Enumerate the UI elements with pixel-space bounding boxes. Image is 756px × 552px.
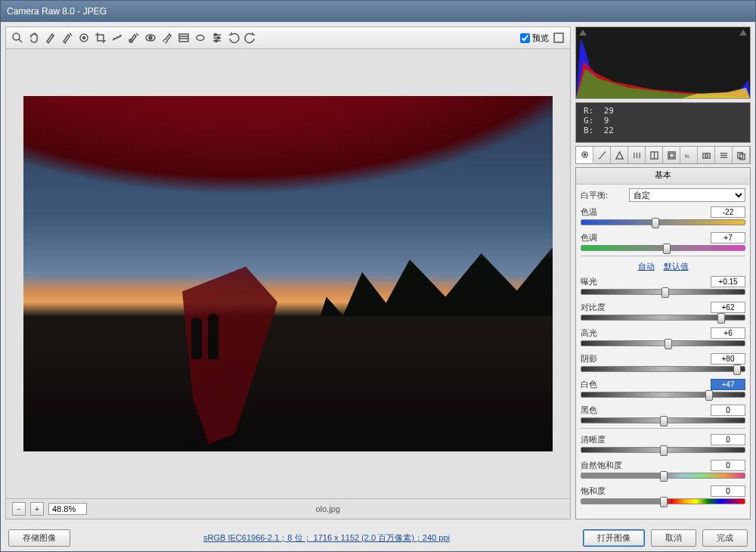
tab-camera[interactable] (698, 147, 715, 163)
vibrance-slider[interactable] (581, 473, 745, 479)
contrast-slider[interactable] (581, 315, 745, 321)
hand-tool-icon[interactable] (27, 31, 41, 45)
contrast-label: 对比度 (581, 302, 624, 313)
highlights-value[interactable]: +6 (711, 327, 745, 339)
zoom-out-button[interactable]: − (12, 502, 26, 516)
saturation-label: 饱和度 (581, 485, 624, 497)
svg-rect-17 (554, 33, 563, 42)
tab-split[interactable] (646, 147, 663, 163)
spot-removal-tool-icon[interactable] (127, 31, 141, 45)
white-balance-tool-icon[interactable] (44, 31, 57, 45)
radial-filter-tool-icon[interactable] (194, 31, 207, 45)
exposure-slider[interactable] (581, 289, 745, 295)
tab-lens[interactable] (663, 147, 680, 163)
svg-point-10 (197, 36, 204, 41)
tab-fx[interactable]: fx (680, 147, 698, 163)
zoom-tool-icon[interactable] (11, 31, 24, 45)
tab-detail[interactable] (611, 147, 628, 163)
temp-value[interactable]: -22 (711, 206, 745, 218)
clarity-value[interactable]: 0 (711, 434, 745, 445)
whites-label: 白色 (581, 379, 624, 390)
shadows-label: 阴影 (581, 353, 624, 364)
open-image-button[interactable]: 打开图像 (583, 529, 645, 547)
whites-slider[interactable] (581, 392, 745, 398)
zoom-level-select[interactable]: 48.8% (48, 503, 87, 515)
temp-label: 色温 (581, 206, 624, 218)
preferences-tool-icon[interactable] (210, 31, 224, 45)
highlight-clip-icon[interactable] (739, 29, 747, 36)
save-image-button[interactable]: 存储图像 (8, 529, 70, 547)
cancel-button[interactable]: 取消 (651, 529, 696, 547)
rgb-readout: R: 29 G: 9 B: 22 (575, 102, 751, 143)
status-bar: − + 48.8% olo.jpg (6, 498, 570, 519)
basic-panel: 基本 白平衡: 自定 色温-22色调+7自动默认值曝光+0.15对比度+62高光… (575, 167, 751, 519)
temp-slider[interactable] (581, 219, 745, 225)
exposure-value[interactable]: +0.15 (711, 276, 745, 287)
svg-point-14 (215, 34, 217, 36)
highlights-label: 高光 (581, 327, 624, 339)
default-link[interactable]: 默认值 (664, 262, 689, 271)
blacks-value[interactable]: 0 (711, 405, 745, 416)
toolbar: 预览 (6, 27, 570, 49)
target-adjustment-tool-icon[interactable] (77, 31, 91, 45)
blacks-slider[interactable] (581, 417, 745, 423)
blacks-label: 黑色 (581, 405, 624, 416)
done-button[interactable]: 完成 (702, 529, 748, 547)
redeye-tool-icon[interactable] (144, 31, 157, 45)
svg-line-1 (19, 39, 22, 42)
rotate-right-icon[interactable] (243, 31, 257, 45)
svg-text:fx: fx (684, 153, 689, 160)
svg-point-6 (149, 36, 152, 39)
tab-basic[interactable] (576, 147, 593, 163)
svg-point-3 (83, 37, 85, 39)
straighten-tool-icon[interactable] (110, 31, 124, 45)
tint-slider[interactable] (581, 245, 745, 251)
whites-value[interactable]: +47 (711, 379, 745, 390)
tab-hsl[interactable] (628, 147, 646, 163)
tab-presets[interactable] (715, 147, 733, 163)
filename-label: olo.jpg (91, 504, 564, 513)
preview-checkbox[interactable]: 预览 (520, 33, 549, 44)
svg-point-16 (215, 40, 218, 42)
highlights-slider[interactable] (581, 340, 745, 346)
contrast-value[interactable]: +62 (711, 302, 745, 313)
camera-raw-window: Camera Raw 8.0 - JPEG (0, 0, 756, 552)
tab-curve[interactable] (593, 147, 611, 163)
svg-rect-7 (179, 34, 188, 42)
fullscreen-icon[interactable] (552, 31, 565, 45)
wb-select[interactable]: 自定 (629, 188, 745, 202)
histogram[interactable] (575, 26, 751, 99)
window-title: Camera Raw 8.0 - JPEG (7, 6, 107, 17)
adjustment-brush-tool-icon[interactable] (160, 31, 174, 45)
graduated-filter-tool-icon[interactable] (177, 31, 191, 45)
svg-point-29 (705, 154, 708, 157)
image-preview-area[interactable] (6, 49, 570, 498)
rotate-left-icon[interactable] (227, 31, 240, 45)
svg-point-0 (13, 33, 20, 40)
shadow-clip-icon[interactable] (579, 29, 587, 36)
tint-value[interactable]: +7 (711, 232, 745, 243)
shadows-slider[interactable] (581, 366, 745, 372)
workflow-link[interactable]: sRGB IEC61966-2.1；8 位； 1716 x 1152 (2.0 … (76, 532, 577, 544)
clarity-label: 清晰度 (581, 434, 624, 445)
saturation-slider[interactable] (581, 498, 745, 504)
window-titlebar: Camera Raw 8.0 - JPEG (1, 1, 755, 22)
zoom-in-button[interactable]: + (30, 502, 44, 516)
svg-point-15 (218, 37, 220, 39)
panel-title: 基本 (576, 168, 750, 185)
vibrance-label: 自然饱和度 (581, 460, 624, 471)
svg-point-19 (584, 154, 586, 156)
tint-label: 色调 (581, 232, 624, 243)
saturation-value[interactable]: 0 (711, 485, 745, 497)
photo-preview (23, 96, 553, 451)
svg-rect-26 (669, 153, 674, 157)
color-sampler-tool-icon[interactable] (60, 31, 74, 45)
shadows-value[interactable]: +80 (711, 353, 745, 364)
crop-tool-icon[interactable] (94, 31, 107, 45)
panel-tabs: fx (575, 146, 751, 164)
tab-snapshots[interactable] (733, 147, 750, 163)
clarity-slider[interactable] (581, 447, 745, 453)
vibrance-value[interactable]: 0 (711, 460, 745, 471)
auto-link[interactable]: 自动 (638, 262, 655, 271)
preview-checkbox-input[interactable] (520, 33, 530, 43)
